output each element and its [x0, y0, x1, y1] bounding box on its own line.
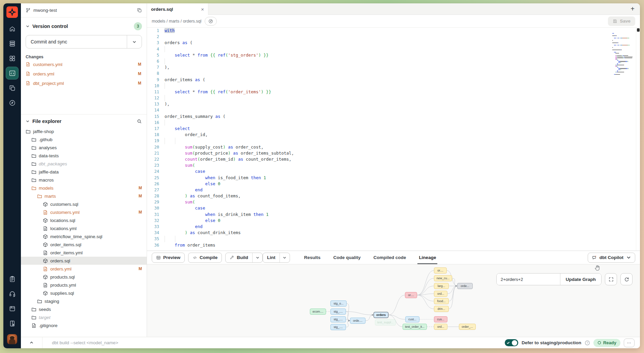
user-avatar[interactable] [7, 334, 17, 344]
code-line[interactable]: 5 select * from {{ ref('stg_orders') }} [147, 52, 612, 58]
file-tree-item[interactable]: metricflow_time_spine.sql [21, 232, 147, 240]
environments-stack-icon[interactable] [5, 36, 20, 51]
file-tree-item[interactable]: data-tests [21, 152, 147, 160]
file-tree-item[interactable]: seeds [21, 305, 147, 313]
develop-code-icon[interactable] [6, 67, 19, 79]
file-tree-item[interactable]: locations.yml [21, 224, 147, 232]
file-tree-item[interactable]: target [21, 313, 147, 321]
file-search-icon[interactable] [137, 119, 142, 124]
code-line[interactable]: 13), [147, 101, 612, 107]
tab-compiled-code[interactable]: Compiled code [374, 251, 406, 264]
changed-file-row[interactable]: customers.ymlM [26, 60, 142, 69]
lineage-selector-input[interactable] [497, 274, 560, 285]
code-line[interactable]: 3orders as ( [147, 40, 612, 46]
file-lineage-compass-icon[interactable] [205, 17, 217, 26]
build-options-chevron[interactable] [252, 253, 262, 262]
lineage-panel[interactable]: ecom....stg_o...stg_....stg_....stg_....… [147, 264, 640, 337]
lineage-node-ydrin[interactable]: drin... [434, 306, 449, 312]
preview-button[interactable]: Preview [152, 253, 185, 263]
code-line[interactable]: 4 [147, 46, 612, 52]
code-line[interactable]: 36 from order_items [147, 242, 612, 248]
refresh-button[interactable] [620, 273, 633, 285]
docs-window-icon[interactable] [5, 301, 20, 316]
file-tree-item[interactable]: customers.sql [21, 200, 147, 208]
code-line[interactable]: 7), [147, 64, 612, 70]
lineage-node-cust[interactable]: cust... [405, 316, 419, 322]
file-tree-item[interactable]: .gitignore [21, 321, 147, 329]
lineage-node-yord[interactable]: ord... [434, 291, 447, 297]
lineage-node-yfood[interactable]: food... [434, 298, 449, 304]
help-icon[interactable]: ? [585, 340, 590, 346]
lineage-node-toi[interactable]: test_order_it... [403, 324, 427, 330]
panel-icon[interactable] [5, 316, 20, 331]
lineage-node-stg3[interactable]: stg_.... [330, 316, 346, 322]
file-tree-item[interactable]: products.sql [21, 273, 147, 281]
code-line[interactable]: 14 [147, 107, 612, 113]
lineage-node-pcus[interactable]: cus... [434, 316, 447, 322]
file-tree-item[interactable]: orders.sql [21, 257, 147, 265]
code-line[interactable]: 24 case [147, 168, 612, 174]
save-button[interactable]: Save [608, 17, 635, 26]
code-line[interactable]: 16 [147, 120, 612, 126]
update-graph-button[interactable]: Update Graph [560, 274, 601, 285]
code-line[interactable]: 19 [147, 138, 612, 144]
more-options-button[interactable]: … [624, 339, 635, 347]
lineage-node-yord2[interactable]: ord... [434, 324, 447, 330]
dbt-logo-icon[interactable] [6, 6, 18, 18]
lint-button[interactable]: Lint [263, 253, 280, 262]
file-tree-item[interactable]: customers.ymlM [21, 208, 147, 216]
code-line[interactable]: 15order_items_summary as ( [147, 114, 612, 120]
file-tree-item[interactable]: analyses [21, 143, 147, 152]
code-line[interactable]: 10 [147, 83, 612, 89]
catalog-compass-icon[interactable] [5, 95, 20, 110]
tab-lineage[interactable]: Lineage [419, 251, 436, 264]
file-tree-item[interactable]: .github [21, 135, 147, 143]
lineage-node-orders[interactable]: orders [374, 312, 388, 318]
compile-button[interactable]: Compile [188, 253, 222, 263]
file-tree-item[interactable]: macros [21, 176, 147, 184]
code-line[interactable]: 6 [147, 58, 612, 64]
code-line[interactable]: 17 select [147, 126, 612, 132]
code-line[interactable]: 26 else 0 [147, 181, 612, 187]
code-line[interactable]: 2 [147, 34, 612, 40]
code-line[interactable]: 8 [147, 70, 612, 76]
dbt-copilot-button[interactable]: dbt Copilot [588, 253, 635, 263]
commit-and-sync-button[interactable]: Commit and sync [26, 35, 142, 49]
file-tree-item[interactable]: martsM [21, 192, 147, 200]
code-line[interactable]: 9order_items as ( [147, 77, 612, 83]
commit-options-chevron[interactable] [127, 35, 142, 48]
file-tree-item[interactable]: locations.sql [21, 216, 147, 224]
lineage-node-ordi[interactable]: orde.... [350, 318, 365, 324]
file-tree-item[interactable]: orders.ymlM [21, 265, 147, 273]
code-line[interactable]: 1with [147, 28, 612, 34]
changed-file-row[interactable]: dbt_project.ymlM [26, 79, 142, 88]
code-line[interactable]: 34 ) as count_drink_items [147, 230, 612, 236]
code-line[interactable]: 33 end [147, 224, 612, 230]
code-lines[interactable]: 1with23orders as (45 select * from {{ re… [147, 28, 612, 251]
file-tree-item[interactable]: order_items.sql [21, 240, 147, 249]
lineage-node-ylarg[interactable]: larg... [434, 283, 449, 289]
lineage-node-ecom[interactable]: ecom.... [310, 309, 326, 315]
build-button[interactable]: Build [226, 253, 252, 262]
code-line[interactable]: 31 when is_drink_item then 1 [147, 212, 612, 218]
editor-scrollbar[interactable] [636, 28, 640, 251]
lineage-node-stg2[interactable]: stg_.... [330, 309, 346, 315]
file-tree-item[interactable]: modelsM [21, 184, 147, 192]
tab-results[interactable]: Results [304, 251, 321, 264]
command-input[interactable]: dbt build --select <model_name> [42, 340, 505, 345]
lineage-node-tsup[interactable]: test_suppl... [375, 319, 396, 325]
file-tree-item[interactable]: jaffle-data [21, 168, 147, 176]
lineage-node-stg4[interactable]: stg_.... [330, 324, 346, 330]
file-tree-item[interactable]: products.yml [21, 281, 147, 289]
support-headset-icon[interactable] [5, 286, 20, 301]
file-explorer-header[interactable]: File explorer [21, 119, 147, 124]
version-control-header[interactable]: Version control 3 [26, 22, 142, 30]
code-line[interactable]: 28 ) as count_food_items, [147, 193, 612, 199]
code-line[interactable]: 23 sum( [147, 162, 612, 168]
fullscreen-button[interactable] [605, 273, 617, 285]
code-line[interactable]: 18 order_id, [147, 132, 612, 138]
tab-orders-sql[interactable]: orders.sql × [147, 3, 208, 15]
code-line[interactable]: 29 sum( [147, 199, 612, 205]
file-tree-item[interactable]: jaffle-shop [21, 127, 147, 135]
lineage-node-stg1[interactable]: stg_o... [330, 300, 347, 307]
